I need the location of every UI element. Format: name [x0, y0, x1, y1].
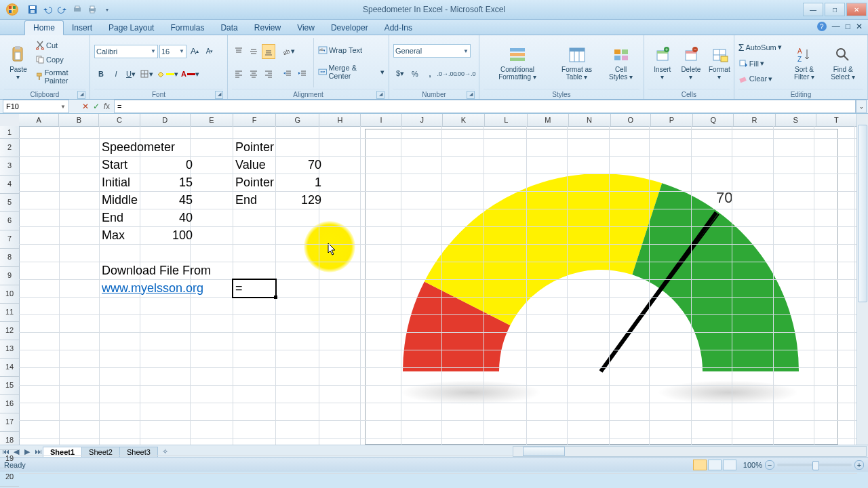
col-header-R[interactable]: R [734, 114, 775, 126]
expand-formula-icon[interactable]: ⌄ [856, 100, 867, 113]
format-as-table-button[interactable]: Format as Table ▾ [551, 37, 602, 89]
col-header-D[interactable]: D [140, 114, 191, 126]
shrink-font-icon[interactable]: A▾ [203, 44, 216, 59]
number-format-combo[interactable]: General▼ [393, 44, 471, 58]
page-layout-view-icon[interactable] [708, 460, 722, 470]
vertical-scrollbar[interactable] [856, 114, 868, 445]
name-box[interactable]: F10▼ [3, 100, 69, 113]
autosum-button[interactable]: Σ AutoSum ▾ [738, 42, 782, 53]
copy-button[interactable]: Copy [35, 55, 85, 64]
save-icon[interactable] [26, 3, 39, 16]
row-header-14[interactable]: 14 [0, 359, 19, 377]
format-cells-button[interactable]: Format▾ [705, 37, 734, 89]
tab-add-ins[interactable]: Add-Ins [376, 21, 420, 35]
speedometer-chart[interactable]: 70 [365, 129, 838, 445]
col-header-A[interactable]: A [19, 114, 59, 126]
tab-developer[interactable]: Developer [323, 21, 376, 35]
tab-nav-last-icon[interactable]: ⏭ [33, 447, 43, 455]
italic-button[interactable]: I [109, 66, 123, 81]
currency-icon[interactable]: $▾ [393, 66, 407, 81]
cell-D3[interactable]: 0 [140, 156, 195, 174]
cell-G5[interactable]: 129 [275, 191, 324, 209]
tab-nav-next-icon[interactable]: ▶ [22, 447, 33, 456]
tab-home[interactable]: Home [24, 20, 64, 35]
col-header-E[interactable]: E [191, 114, 233, 126]
cell-C3[interactable]: Start [99, 156, 145, 174]
tab-page-layout[interactable]: Page Layout [100, 21, 162, 35]
col-header-H[interactable]: H [319, 114, 361, 126]
print-preview-icon[interactable] [71, 3, 84, 16]
redo-icon[interactable] [56, 3, 69, 16]
cell-D5[interactable]: 45 [140, 191, 195, 209]
col-header-F[interactable]: F [233, 114, 276, 126]
row-header-2[interactable]: 2 [0, 139, 19, 157]
fx-icon[interactable]: fx [104, 102, 110, 111]
decrease-decimal-icon[interactable]: .00→.0 [457, 66, 475, 81]
row-header-15[interactable]: 15 [0, 377, 19, 395]
align-middle-icon[interactable] [247, 44, 260, 59]
doc-restore-icon[interactable]: □ [846, 22, 850, 31]
col-header-O[interactable]: O [611, 114, 651, 126]
grow-font-icon[interactable]: A▴ [188, 44, 201, 59]
undo-icon[interactable] [41, 3, 54, 16]
row-header-12[interactable]: 12 [0, 322, 19, 340]
cell-F3[interactable]: Value [233, 156, 281, 174]
cancel-formula-icon[interactable]: ✕ [82, 102, 89, 111]
col-header-Q[interactable]: Q [693, 114, 734, 126]
cell-C7[interactable]: Max [99, 226, 145, 244]
cell-styles-button[interactable]: Cell Styles ▾ [602, 37, 639, 89]
row-header-20[interactable]: 20 [0, 468, 19, 487]
font-name-combo[interactable]: Calibri▼ [94, 45, 158, 58]
increase-decimal-icon[interactable]: .0→.00 [438, 66, 456, 81]
col-header-S[interactable]: S [776, 114, 816, 126]
help-icon[interactable]: ? [817, 22, 827, 31]
font-color-button[interactable]: A▾ [180, 66, 200, 81]
delete-cells-button[interactable]: −Delete▾ [677, 37, 705, 89]
row-header-6[interactable]: 6 [0, 212, 19, 230]
percent-icon[interactable]: % [408, 66, 422, 81]
horizontal-scrollbar[interactable] [513, 446, 867, 457]
cell-C9[interactable]: Download File From [99, 262, 240, 279]
find-select-button[interactable]: Find & Select ▾ [823, 37, 863, 89]
zoom-level[interactable]: 100% [743, 461, 762, 469]
col-header-C[interactable]: C [99, 114, 140, 126]
cell-C5[interactable]: Middle [99, 191, 145, 209]
grid-body[interactable]: 70 SpeedometerPointerStart0Value70Initia… [19, 126, 857, 445]
cell-F4[interactable]: Pointer [233, 174, 281, 191]
zoom-out-icon[interactable]: − [765, 460, 774, 470]
border-button[interactable]: ▾ [139, 66, 154, 81]
close-button[interactable]: ✕ [846, 3, 867, 16]
cell-G4[interactable]: 1 [275, 174, 324, 191]
doc-close-icon[interactable]: ✕ [856, 22, 863, 31]
fill-color-button[interactable]: ▾ [155, 66, 179, 81]
cell-F2[interactable]: Pointer [233, 138, 281, 156]
cell-D4[interactable]: 15 [140, 174, 195, 191]
row-header-1[interactable]: 1 [0, 126, 19, 139]
cell-D6[interactable]: 40 [140, 209, 195, 226]
qat-customize-icon[interactable]: ▼ [100, 3, 114, 16]
zoom-slider[interactable] [777, 464, 852, 466]
page-break-view-icon[interactable] [723, 460, 736, 470]
cell-C6[interactable]: End [99, 209, 145, 226]
tab-review[interactable]: Review [246, 21, 289, 35]
col-header-L[interactable]: L [485, 114, 528, 126]
sort-filter-button[interactable]: AZSort & Filter ▾ [786, 37, 823, 89]
normal-view-icon[interactable] [693, 460, 707, 470]
col-header-P[interactable]: P [651, 114, 693, 126]
formula-input[interactable]: = [114, 100, 856, 113]
row-header-18[interactable]: 18 [0, 432, 19, 450]
align-left-icon[interactable] [232, 66, 245, 81]
quick-print-icon[interactable] [85, 3, 99, 16]
worksheet[interactable]: ABCDEFGHIJKLMNOPQRST 1234567891011121314… [0, 114, 868, 445]
align-top-icon[interactable] [232, 44, 245, 59]
conditional-formatting-button[interactable]: Conditional Formatting ▾ [484, 37, 551, 89]
orientation-icon[interactable]: ab▾ [281, 44, 296, 59]
row-header-9[interactable]: 9 [0, 267, 19, 285]
font-size-combo[interactable]: 16▼ [159, 45, 186, 58]
col-header-J[interactable]: J [402, 114, 443, 126]
cell-G3[interactable]: 70 [275, 156, 324, 174]
alignment-dialog-icon[interactable]: ◢ [376, 91, 384, 99]
number-dialog-icon[interactable]: ◢ [467, 91, 475, 99]
col-header-M[interactable]: M [528, 114, 568, 126]
row-header-3[interactable]: 3 [0, 157, 19, 176]
